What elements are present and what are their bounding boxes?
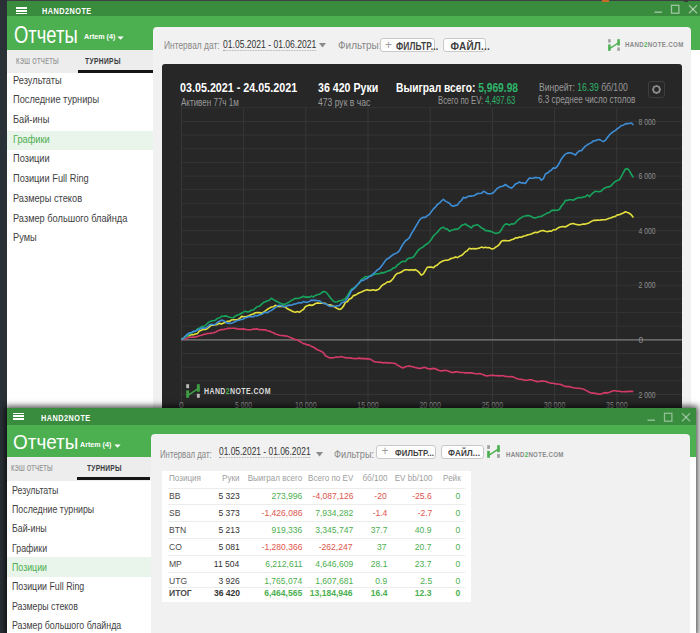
svg-text:2 000: 2 000: [638, 389, 655, 399]
svg-text:4 000: 4 000: [638, 225, 655, 235]
svg-text:8 000: 8 000: [638, 116, 655, 126]
svg-text:2 000: 2 000: [638, 280, 655, 290]
svg-text:6 000: 6 000: [638, 171, 655, 181]
svg-text:0: 0: [638, 334, 643, 344]
